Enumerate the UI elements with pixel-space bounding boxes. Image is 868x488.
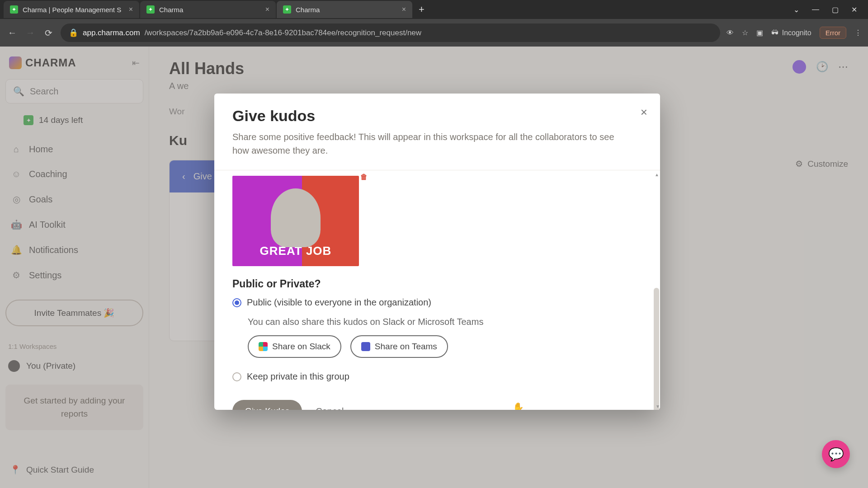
url-host: app.charma.com: [83, 28, 140, 38]
close-icon[interactable]: ×: [641, 105, 647, 119]
share-buttons: Share on Slack Share on Teams: [248, 335, 642, 358]
give-kudos-modal: × Give kudos Share some positive feedbac…: [214, 94, 660, 410]
browser-tab[interactable]: ✦ Charma ×: [140, 1, 276, 18]
tab-title: Charma: [159, 6, 261, 14]
browser-tab-active[interactable]: ✦ Charma ×: [277, 1, 412, 18]
back-button[interactable]: ←: [6, 28, 18, 38]
radio-private-label: Keep private in this group: [247, 371, 349, 382]
url-input[interactable]: 🔒 app.charma.com/workspaces/7a2bb9a6-e09…: [61, 23, 720, 42]
eye-off-icon[interactable]: 👁: [726, 29, 734, 37]
favicon-icon: ✦: [146, 5, 155, 14]
cancel-button[interactable]: Cancel: [316, 406, 344, 410]
kudos-gif-preview: GREAT JOB 🗑: [232, 176, 359, 266]
slack-icon: [259, 342, 268, 351]
favicon-icon: ✦: [10, 5, 18, 14]
chat-icon: 💬: [828, 447, 844, 462]
kebab-icon[interactable]: ⋮: [854, 28, 862, 37]
star-icon[interactable]: ☆: [742, 28, 748, 37]
url-path: /workspaces/7a2bb9a6-e096-4c7a-8e16-9201…: [145, 28, 421, 38]
error-badge[interactable]: Error: [820, 27, 846, 39]
delete-gif-icon[interactable]: 🗑: [360, 173, 368, 181]
teams-icon: [361, 342, 370, 351]
visibility-heading: Public or Private?: [232, 278, 642, 290]
share-teams-button[interactable]: Share on Teams: [350, 335, 448, 358]
address-bar-right: 👁 ☆ ▣ 🕶 Incognito Error ⋮: [726, 27, 862, 39]
close-window-icon[interactable]: ✕: [851, 5, 857, 14]
favicon-icon: ✦: [283, 5, 291, 14]
lock-icon: 🔒: [69, 28, 78, 38]
tab-bar: ✦ Charma | People Management S × ✦ Charm…: [0, 0, 868, 19]
app-root: CHARMA ⇤ 🔍 Search ✦ 14 days left ⌂Home ☺…: [0, 47, 868, 488]
radio-unchecked-icon: [232, 372, 241, 381]
share-slack-button[interactable]: Share on Slack: [248, 335, 341, 358]
incognito-indicator: 🕶 Incognito: [771, 29, 811, 37]
forward-button: →: [24, 28, 36, 38]
modal-description: Share some positive feedback! This will …: [232, 130, 630, 157]
share-teams-label: Share on Teams: [375, 342, 437, 352]
minimize-icon[interactable]: ―: [812, 5, 819, 14]
gif-person-illustration: [271, 188, 321, 247]
new-tab-button[interactable]: +: [413, 4, 430, 15]
scrollbar-thumb[interactable]: [654, 288, 659, 410]
tab-title: Charma | People Management S: [23, 6, 124, 14]
incognito-label: Incognito: [782, 29, 811, 37]
window-controls: ⌄ ― ▢ ✕: [793, 5, 864, 14]
modal-actions: Give Kudos Cancel: [232, 400, 642, 410]
radio-public-label: Public (visible to everyone in the organ…: [247, 297, 431, 308]
panel-icon[interactable]: ▣: [756, 28, 763, 37]
radio-public[interactable]: Public (visible to everyone in the organ…: [232, 297, 642, 308]
modal-title: Give kudos: [232, 107, 642, 125]
address-bar: ← → ⟳ 🔒 app.charma.com/workspaces/7a2bb9…: [0, 19, 868, 47]
reload-button[interactable]: ⟳: [42, 28, 54, 38]
help-fab[interactable]: 💬: [822, 440, 850, 468]
tab-title: Charma: [296, 6, 397, 14]
maximize-icon[interactable]: ▢: [832, 5, 839, 14]
tablist-icon[interactable]: ⌄: [793, 5, 799, 14]
share-slack-label: Share on Slack: [272, 342, 330, 352]
radio-checked-icon: [232, 298, 241, 307]
radio-private[interactable]: Keep private in this group: [232, 371, 642, 382]
scroll-up-icon[interactable]: ▲: [655, 172, 659, 177]
modal-body: ▲ GREAT JOB 🗑 Public or Private? Public …: [214, 170, 660, 410]
scroll-down-icon[interactable]: ▼: [656, 404, 660, 409]
browser-tab[interactable]: ✦ Charma | People Management S ×: [4, 1, 139, 18]
close-icon[interactable]: ×: [129, 5, 133, 14]
incognito-icon: 🕶: [771, 29, 778, 37]
close-icon[interactable]: ×: [265, 5, 269, 14]
give-kudos-button[interactable]: Give Kudos: [232, 400, 302, 410]
close-icon[interactable]: ×: [402, 5, 406, 14]
share-note: You can also share this kudos on Slack o…: [248, 317, 642, 327]
modal-header: Give kudos Share some positive feedback!…: [214, 94, 660, 162]
browser-chrome: ✦ Charma | People Management S × ✦ Charm…: [0, 0, 868, 47]
